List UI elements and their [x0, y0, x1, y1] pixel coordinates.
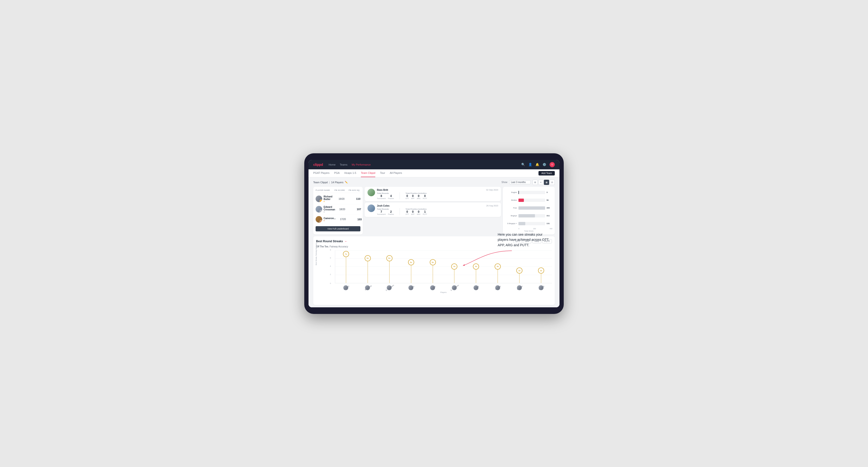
streak-col-2: 6xD. Billingham	[379, 250, 400, 283]
subnav-hcaps[interactable]: Hcaps 1-5	[344, 169, 356, 177]
streak-dot-6: 4x	[473, 263, 479, 270]
settings-icon[interactable]: ⚙️	[542, 163, 546, 166]
grid-view-button[interactable]: ⊞	[533, 180, 538, 185]
tournament-label-rees: Tournament	[377, 198, 385, 199]
player-count: 14 Players	[331, 181, 343, 184]
practice-act-label-rees: Total Practice Activities	[405, 192, 427, 194]
subnav-tour[interactable]: Tour	[380, 169, 385, 177]
stat-rounds-label: Total Rounds	[377, 192, 394, 194]
app-val-josh: 0	[412, 210, 414, 214]
streak-dot-4: 5x	[430, 259, 436, 266]
leaderboard-panel: PLAYER NAME PB SCORE PB AVG SQ 1	[313, 187, 363, 235]
ott-val-josh: 0	[406, 210, 408, 214]
app-label-rees: APP	[411, 198, 414, 199]
card-name-josh[interactable]: Josh Coles	[377, 205, 390, 207]
pb-score-3: 17/20	[336, 218, 350, 220]
player-name-3[interactable]: Cameron...	[323, 217, 336, 220]
nav-icons: 🔍 👤 🔔 ⚙️ U	[521, 162, 555, 167]
avatar-2: 2	[316, 206, 322, 213]
streak-col-4: 5xR. Britt	[422, 250, 444, 283]
streak-dot-1: 6x	[365, 255, 371, 261]
streak-col-8: 3xR. Butler	[508, 250, 530, 283]
streak-dot-9: 3x	[538, 268, 544, 274]
subnav-pgat[interactable]: PGAT Players	[313, 169, 330, 177]
player-info-3: 3 Cameron... ♦	[316, 216, 336, 223]
leaderboard-header: PLAYER NAME PB SCORE PB AVG SQ	[316, 189, 361, 193]
eagles-value: 3	[547, 191, 552, 193]
practice-label-rees: Practice	[388, 198, 394, 199]
rank-badge-2: 2	[319, 210, 322, 213]
edit-icon[interactable]: ✏️	[345, 181, 348, 184]
view-leaderboard-button[interactable]: View Full Leaderboard	[316, 226, 361, 231]
card-name-rees[interactable]: Rees Britt	[377, 189, 388, 191]
ott-label-rees: OTT	[405, 198, 409, 199]
practice-act-label-josh: Total Practice Activities	[405, 208, 427, 210]
practice-val-josh: 2	[390, 210, 392, 214]
streak-col-7: 4xM. Miller	[487, 250, 508, 283]
chart-row-dbogeys: D.Bogeys + 131	[505, 220, 552, 227]
nav-home[interactable]: Home	[329, 163, 335, 166]
pars-label: Pars	[505, 207, 517, 209]
bell-icon[interactable]: 🔔	[535, 163, 539, 166]
card-date-rees: 02 Sep 2023	[486, 189, 498, 191]
arg-val-rees: 0	[418, 194, 420, 198]
tournament-val-josh: 7	[380, 210, 382, 214]
putt-label-rees: PUTT	[423, 198, 427, 199]
chart-panel: Eagles 3 Birdies	[503, 187, 555, 235]
streaks-title-text: Best Round Streaks	[316, 240, 343, 243]
tournament-label-josh: Tournament	[377, 214, 385, 215]
player-info-2: 2 Edward Crossman ♦	[316, 206, 335, 213]
nav-my-performance[interactable]: My Performance	[352, 163, 371, 166]
players-x-label: Players	[335, 291, 552, 293]
player-card-josh: Josh Coles 26 Aug 2023 Total Rounds 7	[365, 203, 501, 217]
subnav-all-players[interactable]: All Players	[390, 169, 402, 177]
streak-dot-7: 4x	[495, 263, 501, 270]
team-controls: Show Last 3 months ⊞ ≡ ▦ ⊟	[501, 180, 555, 185]
arg-val-josh: 0	[418, 210, 420, 214]
birdies-label: Birdies	[505, 199, 517, 201]
streak-col-5: 4xE. Crossman	[444, 250, 465, 283]
streak-dot-8: 3x	[516, 268, 522, 274]
table-view-button[interactable]: ⊟	[550, 180, 555, 185]
app-logo: clippd	[313, 162, 323, 166]
stat-rounds-josh: Total Rounds 7 Tournament 2	[377, 208, 394, 215]
app-label-josh: APP	[411, 214, 414, 215]
chart-x-labels: 0 200 400	[505, 228, 552, 229]
annotation-text: Here you can see streaks your players ha…	[498, 232, 550, 248]
list-view-button[interactable]: ≡	[538, 180, 544, 185]
dbogeys-value: 131	[547, 222, 552, 224]
player-name-2[interactable]: Edward Crossman	[323, 206, 335, 211]
card-content-josh: Josh Coles 26 Aug 2023 Total Rounds 7	[377, 205, 498, 215]
streak-col-0: 7xE. Ewert	[335, 250, 357, 283]
add-team-button[interactable]: Add Team	[538, 171, 555, 176]
streak-col-3: 5xJ. Coles	[400, 250, 422, 283]
card-stats-rees: Total Rounds 8 Tournament 4	[377, 192, 498, 199]
bogeys-bar-container	[519, 214, 545, 217]
pb-score-2: 18/20	[335, 208, 349, 211]
pars-value: 499	[547, 207, 552, 209]
top-panels: PLAYER NAME PB SCORE PB AVG SQ 1	[313, 187, 555, 235]
birdies-bar	[519, 198, 524, 202]
subnav-team-clippd[interactable]: Team Clippd	[361, 169, 375, 177]
putt-val-rees: 0	[424, 194, 426, 198]
eagles-label: Eagles	[505, 191, 517, 193]
bogeys-label: Bogeys	[505, 215, 517, 217]
eagles-bar	[519, 191, 519, 194]
col-pb-avg: PB AVG SQ	[349, 189, 361, 191]
card-view-button[interactable]: ▦	[544, 180, 549, 185]
avatar[interactable]: U	[550, 162, 555, 167]
rank-badge-1: 1	[319, 199, 322, 202]
view-icons: ⊞ ≡ ▦ ⊟	[533, 180, 555, 185]
nav-teams[interactable]: Teams	[340, 163, 347, 166]
player-name-1[interactable]: Richard Butler	[323, 195, 335, 200]
annotation: Here you can see streaks your players ha…	[498, 232, 550, 248]
stat-practice-josh: Total Practice Activities 0 OTT 0	[405, 208, 427, 215]
table-row: 3 Cameron... ♦ 17/20 103	[316, 215, 361, 224]
subnav-pga[interactable]: PGA	[334, 169, 340, 177]
search-icon[interactable]: 🔍	[521, 163, 525, 166]
team-name: Team Clippd	[313, 181, 328, 184]
period-select[interactable]: Last 3 months	[509, 180, 531, 184]
birdies-value: 96	[547, 199, 552, 201]
user-icon[interactable]: 👤	[528, 163, 532, 166]
player-card-rees: Rees Britt 02 Sep 2023 Total Rounds 8	[365, 187, 501, 201]
